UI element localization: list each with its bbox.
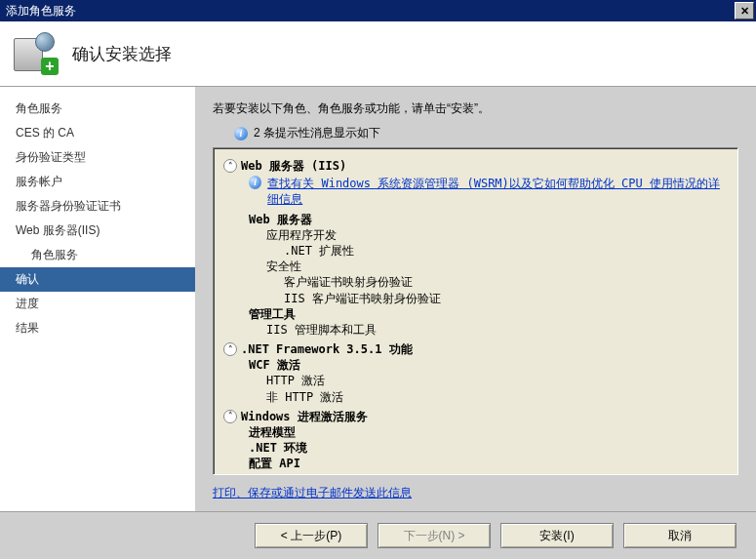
titlebar: 添加角色服务 ✕ — [0, 0, 756, 21]
sidebar: 角色服务CES 的 CA身份验证类型服务帐户服务器身份验证证书Web 服务器(I… — [0, 87, 195, 511]
app-dev-label: 应用程序开发 — [223, 227, 728, 243]
info-icon: i — [249, 176, 261, 189]
mgmt-tools-label: 管理工具 — [223, 306, 728, 322]
body: 角色服务CES 的 CA身份验证类型服务帐户服务器身份验证证书Web 服务器(I… — [0, 87, 756, 511]
wcf-label: WCF 激活 — [223, 357, 728, 373]
iis-hint-row: i 查找有关 Windows 系统资源管理器 (WSRM)以及它如何帮助优化 C… — [223, 176, 728, 207]
window-title: 添加角色服务 — [6, 3, 735, 20]
sidebar-item-2[interactable]: 身份验证类型 — [0, 145, 195, 170]
server-role-add-icon: + — [14, 34, 53, 73]
sidebar-item-1[interactable]: CES 的 CA — [0, 121, 195, 145]
group-iis: ˄ Web 服务器 (IIS) — [223, 158, 728, 174]
page-title: 确认安装选择 — [72, 43, 172, 65]
info-count-text: 2 条提示性消息显示如下 — [254, 125, 380, 141]
config-api: 配置 API — [223, 456, 728, 471]
sidebar-item-5[interactable]: Web 服务器(IIS) — [0, 219, 195, 243]
wizard-window: 添加角色服务 ✕ + 确认安装选择 角色服务CES 的 CA身份验证类型服务帐户… — [0, 0, 756, 559]
client-cert-map: 客户端证书映射身份验证 — [223, 274, 728, 290]
group-was: ˄ Windows 进程激活服务 — [223, 409, 728, 424]
chevron-up-icon[interactable]: ˄ — [223, 410, 237, 423]
http-act: HTTP 激活 — [223, 373, 728, 388]
webserver-label: Web 服务器 — [223, 212, 728, 227]
next-button: 下一步(N) > — [378, 523, 491, 548]
nonhttp-act: 非 HTTP 激活 — [223, 389, 728, 405]
main-panel: 若要安装以下角色、角色服务或功能，请单击“安装”。 i 2 条提示性消息显示如下… — [195, 87, 756, 511]
group-iis-title: Web 服务器 (IIS) — [241, 158, 346, 174]
mgmt-scripts-label: IIS 管理脚本和工具 — [223, 322, 728, 338]
intro-text: 若要安装以下角色、角色服务或功能，请单击“安装”。 — [213, 100, 738, 117]
group-netfx: ˄ .NET Framework 3.5.1 功能 — [223, 341, 728, 357]
info-row: i 2 条提示性消息显示如下 — [234, 125, 738, 141]
net-ext-label: .NET 扩展性 — [223, 243, 728, 259]
group-was-title: Windows 进程激活服务 — [241, 409, 368, 424]
print-save-email-link[interactable]: 打印、保存或通过电子邮件发送此信息 — [213, 486, 412, 499]
install-button[interactable]: 安装(I) — [500, 523, 614, 548]
iis-client-cert-map: IIS 客户端证书映射身份验证 — [223, 291, 728, 306]
sidebar-item-7[interactable]: 确认 — [0, 267, 195, 292]
sidebar-item-6[interactable]: 角色服务 — [0, 243, 195, 267]
cancel-button[interactable]: 取消 — [623, 523, 736, 548]
net-env: .NET 环境 — [223, 440, 728, 456]
sidebar-item-3[interactable]: 服务帐户 — [0, 170, 195, 194]
sidebar-item-9[interactable]: 结果 — [0, 316, 195, 340]
chevron-up-icon[interactable]: ˄ — [223, 342, 237, 356]
footer: < 上一步(P) 下一步(N) > 安装(I) 取消 — [0, 511, 756, 559]
group-netfx-title: .NET Framework 3.5.1 功能 — [241, 341, 413, 357]
link-row: 打印、保存或通过电子邮件发送此信息 — [213, 485, 738, 501]
sidebar-item-8[interactable]: 进度 — [0, 292, 195, 316]
security-label: 安全性 — [223, 259, 728, 274]
header: + 确认安装选择 — [0, 21, 756, 87]
sidebar-item-4[interactable]: 服务器身份验证证书 — [0, 194, 195, 219]
info-icon: i — [234, 127, 248, 140]
summary-box: ˄ Web 服务器 (IIS) i 查找有关 Windows 系统资源管理器 (… — [213, 147, 738, 475]
chevron-up-icon[interactable]: ˄ — [223, 159, 237, 173]
close-icon[interactable]: ✕ — [735, 2, 754, 20]
sidebar-item-0[interactable]: 角色服务 — [0, 97, 195, 121]
prev-button[interactable]: < 上一步(P) — [255, 523, 368, 548]
proc-model: 进程模型 — [223, 424, 728, 440]
wsrm-help-link[interactable]: 查找有关 Windows 系统资源管理器 (WSRM)以及它如何帮助优化 CPU… — [267, 176, 728, 207]
